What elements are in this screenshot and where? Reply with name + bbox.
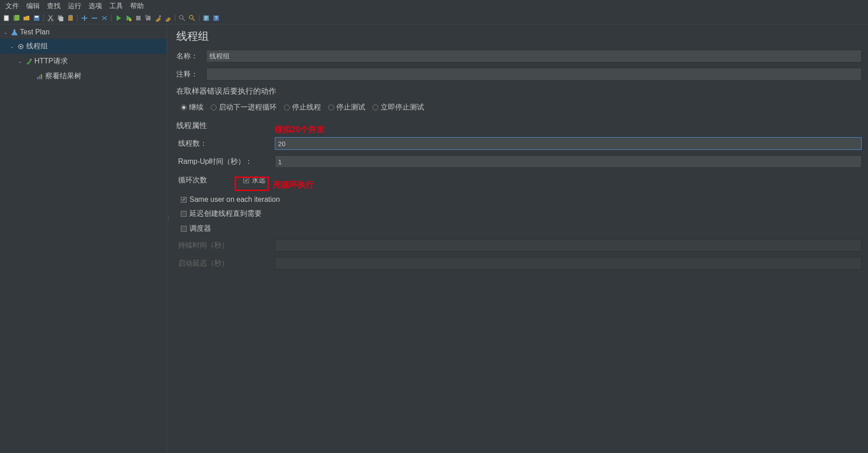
chart-icon xyxy=(36,73,43,80)
flask-icon xyxy=(11,29,18,36)
copy-icon[interactable] xyxy=(57,14,65,22)
duration-input xyxy=(275,239,862,252)
svg-rect-24 xyxy=(37,77,38,79)
rampup-label: Ramp-Up时间（秒）： xyxy=(176,157,271,167)
radio-icon xyxy=(328,105,334,110)
radio-stop-now[interactable]: 立即停止测试 xyxy=(373,103,424,112)
svg-rect-10 xyxy=(69,15,72,16)
same-user-checkbox[interactable]: Same user on each iteration xyxy=(176,196,862,204)
menubar: 文件 编辑 查找 运行 选项 工具 帮助 xyxy=(0,0,868,12)
menu-tools[interactable]: 工具 xyxy=(107,1,126,11)
radio-label: 立即停止测试 xyxy=(381,103,424,112)
toggle-icon[interactable] xyxy=(100,14,108,22)
menu-edit[interactable]: 编辑 xyxy=(24,1,42,11)
radio-continue[interactable]: 继续 xyxy=(181,103,203,112)
tree-thread-group[interactable]: ⌄ 线程组 xyxy=(0,39,167,54)
separator xyxy=(175,14,175,22)
tree-view-results[interactable]: 察看结果树 xyxy=(0,69,167,84)
gear-icon xyxy=(17,43,24,50)
cut-icon[interactable] xyxy=(47,14,55,22)
checkbox-icon xyxy=(181,197,187,203)
svg-rect-14 xyxy=(145,15,148,18)
svg-rect-0 xyxy=(4,15,9,21)
name-label: 名称： xyxy=(176,52,203,61)
config-panel: 线程组 名称： 注释： 在取样器错误后要执行的动作 继续 启动下一进程循环 停止… xyxy=(170,24,868,453)
search-icon[interactable] xyxy=(178,14,186,22)
tree-test-plan[interactable]: ⌄ Test Plan xyxy=(0,25,167,39)
svg-rect-26 xyxy=(41,74,42,79)
new-icon[interactable] xyxy=(3,14,11,22)
clear-icon[interactable] xyxy=(154,14,162,22)
scheduler-checkbox[interactable]: 调度器 xyxy=(176,224,862,234)
loop-label: 循环次数 xyxy=(176,176,240,185)
svg-point-11 xyxy=(129,19,132,21)
chevron-down-icon[interactable]: ⌄ xyxy=(4,30,9,35)
toolbar: ? xyxy=(0,12,868,24)
check-label: 调度器 xyxy=(189,224,211,234)
panel-title: 线程组 xyxy=(176,29,862,43)
save-icon[interactable] xyxy=(33,14,41,22)
tree-label: 线程组 xyxy=(26,42,48,51)
threads-input[interactable] xyxy=(275,137,862,150)
delay-create-checkbox[interactable]: 延迟创建线程直到需要 xyxy=(176,209,862,219)
svg-rect-12 xyxy=(136,16,141,20)
function-helper-icon[interactable] xyxy=(202,14,210,22)
clear-all-icon[interactable] xyxy=(164,14,172,22)
thread-props-title: 线程属性 xyxy=(176,120,862,131)
open-icon[interactable] xyxy=(23,14,31,22)
templates-icon[interactable] xyxy=(13,14,21,22)
radio-next-loop[interactable]: 启动下一进程循环 xyxy=(211,103,277,112)
name-input[interactable] xyxy=(206,50,862,62)
chevron-down-icon[interactable]: ⌄ xyxy=(10,44,15,49)
radio-icon xyxy=(373,105,378,110)
separator xyxy=(199,14,199,22)
svg-rect-15 xyxy=(159,15,161,17)
paste-icon[interactable] xyxy=(66,14,75,22)
menu-search[interactable]: 查找 xyxy=(44,1,63,11)
start-no-timers-icon[interactable] xyxy=(124,14,132,22)
radio-label: 继续 xyxy=(189,103,203,112)
rampup-input[interactable] xyxy=(275,155,862,168)
radio-stop-test[interactable]: 停止测试 xyxy=(328,103,365,112)
stop-icon[interactable] xyxy=(134,14,142,22)
svg-rect-23 xyxy=(30,59,32,61)
radio-stop-thread[interactable]: 停止线程 xyxy=(284,103,321,112)
checkbox-icon xyxy=(181,226,187,232)
startup-delay-label: 启动延迟（秒） xyxy=(176,259,271,268)
threads-label: 线程数： xyxy=(176,139,271,148)
checkbox-icon xyxy=(243,177,249,183)
svg-point-17 xyxy=(189,15,193,19)
pipette-icon xyxy=(25,58,33,65)
menu-options[interactable]: 选项 xyxy=(86,1,105,11)
shutdown-icon[interactable] xyxy=(144,14,152,22)
main-area: ⌄ Test Plan ⌄ 线程组 ⌄ HTTP请求 察看结果树 线程组 名称： xyxy=(0,24,868,453)
svg-point-22 xyxy=(20,46,22,48)
expand-icon[interactable] xyxy=(80,14,89,22)
radio-label: 停止线程 xyxy=(292,103,321,112)
tree-http-request[interactable]: ⌄ HTTP请求 xyxy=(0,54,167,69)
start-icon[interactable] xyxy=(114,14,123,22)
collapse-icon[interactable] xyxy=(90,14,99,22)
radio-icon xyxy=(181,105,187,110)
checkbox-icon xyxy=(181,211,187,217)
radio-label: 启动下一进程循环 xyxy=(219,103,277,112)
help-icon[interactable]: ? xyxy=(212,14,220,22)
startup-delay-input xyxy=(275,257,862,270)
comment-label: 注释： xyxy=(176,70,203,79)
svg-point-16 xyxy=(179,15,183,19)
separator xyxy=(43,14,44,22)
forever-checkbox-wrap[interactable]: 永远 xyxy=(240,173,269,187)
reset-search-icon[interactable] xyxy=(188,14,196,22)
separator xyxy=(77,14,78,22)
svg-rect-25 xyxy=(39,76,40,79)
menu-help[interactable]: 帮助 xyxy=(127,1,146,11)
chevron-down-icon[interactable]: ⌄ xyxy=(18,59,24,64)
check-label: 延迟创建线程直到需要 xyxy=(189,209,262,219)
menu-run[interactable]: 运行 xyxy=(65,1,84,11)
comment-input[interactable] xyxy=(206,68,862,81)
menu-file[interactable]: 文件 xyxy=(3,1,22,11)
blank-toggle xyxy=(29,74,34,79)
on-error-title: 在取样器错误后要执行的动作 xyxy=(176,86,862,96)
tree-label: Test Plan xyxy=(20,28,50,36)
svg-rect-4 xyxy=(35,16,38,18)
